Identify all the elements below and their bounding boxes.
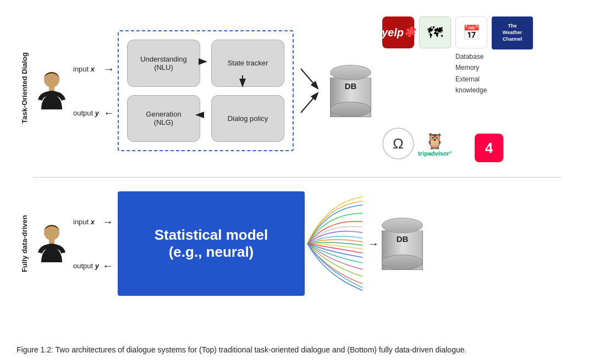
- wires-to-db-arrow: →: [368, 238, 379, 250]
- output-arrow-bottom: ←: [102, 260, 113, 272]
- tripadvisor-icon: 🦉 tripadvisor°: [418, 132, 452, 157]
- nlu-box: Understanding(NLU): [127, 40, 200, 87]
- output-label-bottom: output y: [73, 262, 99, 270]
- wikipedia-icon: Ω: [382, 128, 414, 159]
- output-label-top: output y: [73, 109, 99, 117]
- input-arrow-top: →: [103, 63, 114, 75]
- dialog-policy-box: Dialog policy: [211, 95, 284, 142]
- db-cylinder-top: DB: [330, 65, 371, 117]
- db-cylinder-bottom: DB: [382, 218, 423, 270]
- stat-model-box: Statistical model (e.g., neural): [118, 191, 305, 296]
- input-arrow-bottom: →: [102, 216, 113, 228]
- top-section-label: Task-Oriented Dialog: [20, 52, 29, 124]
- box-to-db-arrows: [298, 36, 326, 146]
- map-icon: 🗺: [419, 16, 451, 48]
- knowledge-text: Database Memory External knowledge: [455, 51, 506, 96]
- bottom-section-label: Fully data-driven: [20, 215, 29, 272]
- output-arrow-top: ←: [103, 107, 114, 119]
- neural-wires: .wire { stroke-width: 1.5; fill: none; o…: [305, 191, 365, 296]
- yelp-icon: yelp✱: [382, 16, 414, 48]
- state-tracker-box: State tracker: [211, 40, 284, 87]
- figure-caption: Figure 1.2: Two architectures of dialogu…: [16, 344, 578, 356]
- avatar-top: [36, 70, 68, 112]
- foursquare-icon: 4: [475, 134, 503, 162]
- nlg-box: Generation(NLG): [127, 95, 200, 142]
- weather-channel-icon: TheWeatherChannel: [492, 16, 533, 49]
- input-label-top: input x: [73, 65, 99, 73]
- avatar-bottom: [36, 223, 68, 264]
- calendar-icon: 📅: [455, 16, 487, 48]
- db-label-top: DB: [330, 81, 371, 91]
- section-divider: [33, 177, 561, 178]
- input-label-bottom: input x: [73, 218, 99, 226]
